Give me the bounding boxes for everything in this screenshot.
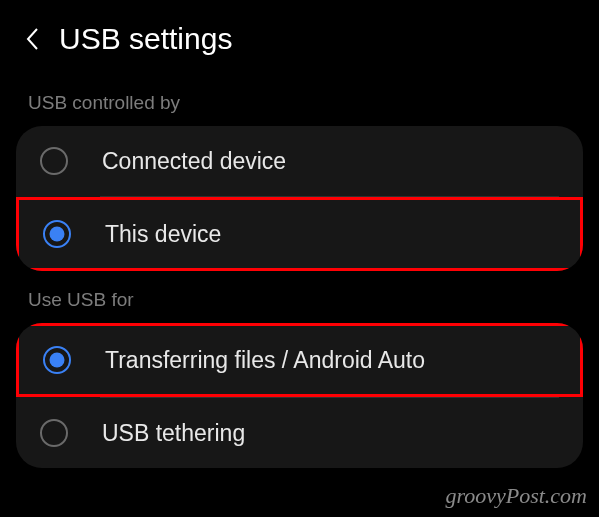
page-title: USB settings [59,22,232,56]
radio-label: USB tethering [102,420,245,447]
radio-label: Transferring files / Android Auto [105,347,425,374]
radio-label: This device [105,221,221,248]
card-use-for: Transferring files / Android Auto USB te… [16,323,583,468]
radio-usb-tethering[interactable]: USB tethering [16,398,583,468]
back-icon[interactable] [25,27,39,51]
radio-checked-icon [43,220,71,248]
radio-transferring-files[interactable]: Transferring files / Android Auto [16,323,583,397]
radio-connected-device[interactable]: Connected device [16,126,583,196]
radio-unchecked-icon [40,147,68,175]
card-controlled-by: Connected device This device [16,126,583,271]
radio-checked-icon [43,346,71,374]
radio-unchecked-icon [40,419,68,447]
section-label-controlled-by: USB controlled by [10,74,589,126]
radio-this-device[interactable]: This device [16,197,583,271]
radio-label: Connected device [102,148,286,175]
section-label-use-for: Use USB for [10,271,589,323]
header: USB settings [10,10,589,74]
watermark: groovyPost.com [445,483,587,509]
